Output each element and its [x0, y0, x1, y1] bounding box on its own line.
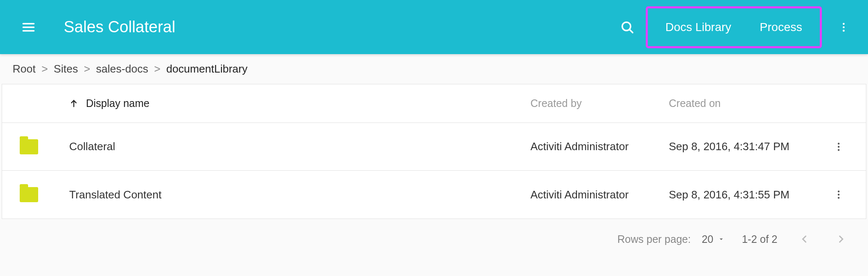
svg-point-14 [838, 197, 839, 198]
svg-point-7 [843, 29, 845, 31]
tab-process[interactable]: Process [746, 12, 816, 42]
page-range: 1-2 of 2 [742, 233, 777, 245]
more-vert-icon [838, 21, 850, 33]
search-icon [620, 20, 634, 34]
menu-button[interactable] [17, 16, 40, 39]
breadcrumb-root[interactable]: Root [13, 62, 36, 76]
breadcrumb-sites[interactable]: Sites [54, 62, 78, 76]
cell-name: Translated Content [69, 188, 530, 201]
chevron-left-icon [798, 233, 810, 245]
more-vert-icon [833, 189, 844, 200]
breadcrumb-separator: > [154, 62, 160, 76]
table-header: Display name Created by Created on [2, 84, 866, 123]
sort-asc-icon [69, 99, 78, 108]
svg-line-4 [629, 29, 633, 32]
row-actions-button[interactable] [833, 189, 844, 200]
svg-point-6 [843, 26, 845, 28]
hamburger-icon [21, 20, 36, 34]
table-row[interactable]: Translated Content Activiti Administrato… [2, 171, 866, 219]
cell-created-by: Activiti Administrator [530, 140, 669, 153]
svg-point-5 [843, 23, 845, 25]
table-row[interactable]: Collateral Activiti Administrator Sep 8,… [2, 123, 866, 171]
tab-highlight-annotation: Docs Library Process [646, 6, 822, 48]
page-title: Sales Collateral [64, 18, 175, 36]
dropdown-icon [717, 235, 725, 243]
rows-per-page-select[interactable]: 20 [702, 233, 725, 245]
breadcrumb-separator: > [84, 62, 90, 76]
svg-point-12 [838, 190, 839, 192]
app-bar: Sales Collateral Docs Library Process [0, 0, 868, 54]
folder-icon [20, 139, 38, 154]
svg-point-13 [838, 194, 839, 195]
prev-page-button[interactable] [794, 229, 814, 249]
svg-point-10 [838, 146, 839, 147]
folder-icon [20, 187, 38, 202]
breadcrumb-current: documentLibrary [166, 62, 248, 76]
row-actions-button[interactable] [833, 141, 844, 152]
breadcrumb-separator: > [42, 62, 48, 76]
svg-point-11 [838, 149, 839, 151]
column-header-created-on[interactable]: Created on [669, 97, 824, 109]
document-table: Display name Created by Created on Colla… [2, 84, 866, 219]
next-page-button[interactable] [831, 229, 851, 249]
tab-docs-library[interactable]: Docs Library [651, 12, 746, 42]
rows-per-page-value: 20 [702, 233, 713, 245]
column-header-name[interactable]: Display name [69, 97, 530, 109]
more-menu-button[interactable] [832, 16, 855, 39]
cell-created-on: Sep 8, 2016, 4:31:55 PM [669, 188, 824, 201]
breadcrumb-sales-docs[interactable]: sales-docs [96, 62, 148, 76]
cell-name: Collateral [69, 140, 530, 153]
column-header-created-by[interactable]: Created by [530, 97, 669, 109]
cell-created-on: Sep 8, 2016, 4:31:47 PM [669, 140, 824, 153]
paginator: Rows per page: 20 1-2 of 2 [0, 219, 868, 259]
column-header-name-label: Display name [86, 97, 149, 109]
svg-point-9 [838, 143, 839, 144]
search-button[interactable] [616, 16, 639, 39]
breadcrumb: Root > Sites > sales-docs > documentLibr… [0, 54, 868, 84]
chevron-right-icon [835, 233, 847, 245]
cell-created-by: Activiti Administrator [530, 188, 669, 201]
more-vert-icon [833, 141, 844, 152]
rows-per-page-label: Rows per page: [617, 233, 691, 245]
